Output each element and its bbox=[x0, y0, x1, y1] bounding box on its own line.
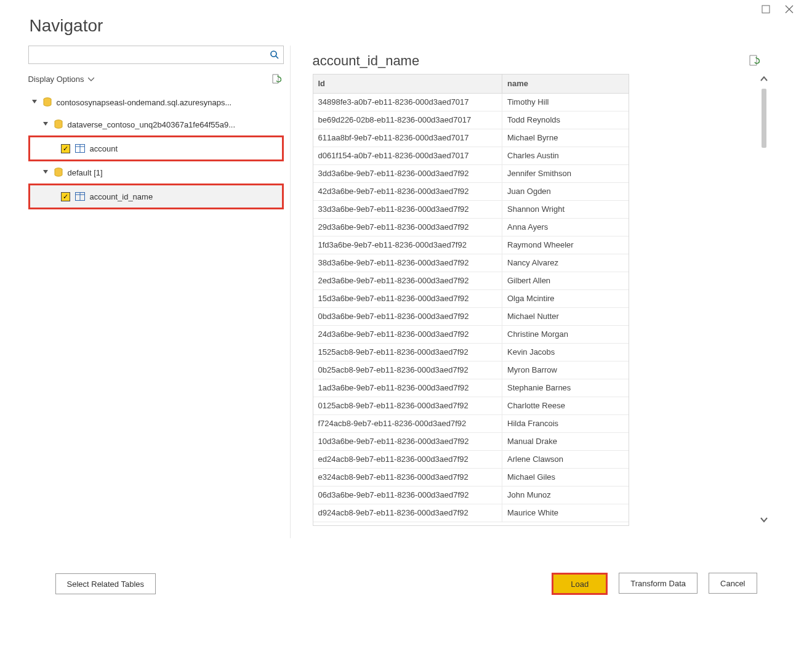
cell-id: 38d3a6be-9eb7-eb11-8236-000d3aed7f92 bbox=[313, 254, 502, 272]
expand-icon[interactable] bbox=[42, 121, 49, 128]
cell-id: 06d3a6be-9eb7-eb11-8236-000d3aed7f92 bbox=[313, 486, 502, 504]
cell-id: 611aa8bf-9eb7-eb11-8236-000d3aed7017 bbox=[313, 129, 502, 147]
cell-name: Timothy Hill bbox=[502, 93, 629, 111]
table-row[interactable]: f724acb8-9eb7-eb11-8236-000d3aed7f92Hild… bbox=[313, 414, 629, 432]
load-button[interactable]: Load bbox=[552, 573, 608, 595]
tree-server-node[interactable]: contososynapseasl-ondemand.sql.azuresyna… bbox=[28, 91, 284, 113]
table-row[interactable]: e324acb8-9eb7-eb11-8236-000d3aed7f92Mich… bbox=[313, 468, 629, 486]
cell-name: Manual Drake bbox=[502, 432, 629, 450]
table-row[interactable]: 0125acb8-9eb7-eb11-8236-000d3aed7f92Char… bbox=[313, 397, 629, 414]
cell-id: f724acb8-9eb7-eb11-8236-000d3aed7f92 bbox=[313, 414, 502, 432]
table-row[interactable]: 0b25acb8-9eb7-eb11-8236-000d3aed7f92Myro… bbox=[313, 361, 629, 379]
cell-id: 1ad3a6be-9eb7-eb11-8236-000d3aed7f92 bbox=[313, 379, 502, 397]
database-icon bbox=[54, 168, 63, 177]
tree-table-account-id-name[interactable]: ✓ account_id_name bbox=[28, 184, 284, 209]
cell-id: 3dd3a6be-9eb7-eb11-8236-000d3aed7f92 bbox=[313, 164, 502, 182]
display-options-label: Display Options bbox=[28, 75, 84, 84]
table-row[interactable]: 1525acb8-9eb7-eb11-8236-000d3aed7f92Kevi… bbox=[313, 343, 629, 361]
cell-id: 0bd3a6be-9eb7-eb11-8236-000d3aed7f92 bbox=[313, 307, 502, 325]
scroll-down-icon[interactable] bbox=[760, 515, 768, 526]
cancel-button[interactable]: Cancel bbox=[709, 573, 757, 594]
cell-name: John Munoz bbox=[502, 486, 629, 504]
cell-name: Kevin Jacobs bbox=[502, 343, 629, 361]
display-options-dropdown[interactable]: Display Options bbox=[28, 75, 94, 84]
cell-name: Anna Ayers bbox=[502, 218, 629, 236]
table-row[interactable]: 42d3a6be-9eb7-eb11-8236-000d3aed7f92Juan… bbox=[313, 182, 629, 200]
cell-name: Gilbert Allen bbox=[502, 272, 629, 289]
tree-database-label: dataverse_contoso_unq2b40367a1fe64f55a9.… bbox=[68, 120, 236, 129]
cell-id: 33d3a6be-9eb7-eb11-8236-000d3aed7f92 bbox=[313, 200, 502, 218]
table-row[interactable]: 3dd3a6be-9eb7-eb11-8236-000d3aed7f92Jenn… bbox=[313, 164, 629, 182]
cell-id: e324acb8-9eb7-eb11-8236-000d3aed7f92 bbox=[313, 468, 502, 486]
chevron-down-icon bbox=[88, 75, 94, 84]
column-header-id[interactable]: Id bbox=[313, 75, 502, 93]
vertical-scrollbar[interactable] bbox=[758, 74, 770, 526]
table-row[interactable]: 24d3a6be-9eb7-eb11-8236-000d3aed7f92Chri… bbox=[313, 325, 629, 343]
table-row[interactable]: d061f154-a0b7-eb11-8236-000d3aed7017Char… bbox=[313, 147, 629, 164]
cell-name: Nancy Alvarez bbox=[502, 254, 629, 272]
cell-id: 1525acb8-9eb7-eb11-8236-000d3aed7f92 bbox=[313, 343, 502, 361]
cell-id: 15d3a6be-9eb7-eb11-8236-000d3aed7f92 bbox=[313, 289, 502, 307]
expand-icon[interactable] bbox=[42, 169, 49, 176]
search-input[interactable] bbox=[29, 48, 266, 62]
table-row[interactable]: ed24acb8-9eb7-eb11-8236-000d3aed7f92Arle… bbox=[313, 450, 629, 468]
tree-table-account[interactable]: ✓ account bbox=[28, 135, 284, 161]
table-row[interactable]: 33d3a6be-9eb7-eb11-8236-000d3aed7f92Shan… bbox=[313, 200, 629, 218]
table-row[interactable]: 06d3a6be-9eb7-eb11-8236-000d3aed7f92John… bbox=[313, 486, 629, 504]
search-icon[interactable] bbox=[266, 50, 283, 60]
table-row[interactable]: 1ad3a6be-9eb7-eb11-8236-000d3aed7f92Step… bbox=[313, 379, 629, 397]
tree-table-account-label: account bbox=[90, 144, 118, 153]
cell-id: d061f154-a0b7-eb11-8236-000d3aed7017 bbox=[313, 147, 502, 164]
table-row[interactable]: be69d226-02b8-eb11-8236-000d3aed7017Todd… bbox=[313, 111, 629, 129]
database-icon bbox=[43, 97, 52, 107]
cell-id: 29d3a6be-9eb7-eb11-8236-000d3aed7f92 bbox=[313, 218, 502, 236]
scroll-up-icon[interactable] bbox=[760, 74, 768, 85]
table-row[interactable]: 611aa8bf-9eb7-eb11-8236-000d3aed7017Mich… bbox=[313, 129, 629, 147]
cell-id: 34898fe3-a0b7-eb11-8236-000d3aed7017 bbox=[313, 93, 502, 111]
table-row[interactable]: 2ed3a6be-9eb7-eb11-8236-000d3aed7f92Gilb… bbox=[313, 272, 629, 289]
checkbox-checked-icon[interactable]: ✓ bbox=[61, 144, 70, 153]
cell-id: be69d226-02b8-eb11-8236-000d3aed7017 bbox=[313, 111, 502, 129]
cell-name: Todd Reynolds bbox=[502, 111, 629, 129]
cell-id: ed24acb8-9eb7-eb11-8236-000d3aed7f92 bbox=[313, 450, 502, 468]
cell-id: 1fd3a6be-9eb7-eb11-8236-000d3aed7f92 bbox=[313, 236, 502, 254]
transform-data-button[interactable]: Transform Data bbox=[619, 573, 697, 594]
cell-name: Juan Ogden bbox=[502, 182, 629, 200]
preview-panel: account_id_name Id name bbox=[313, 46, 784, 538]
cell-name: Stephanie Barnes bbox=[502, 379, 629, 397]
cell-name: Jennifer Smithson bbox=[502, 164, 629, 182]
table-row[interactable]: 29d3a6be-9eb7-eb11-8236-000d3aed7f92Anna… bbox=[313, 218, 629, 236]
cell-id: 24d3a6be-9eb7-eb11-8236-000d3aed7f92 bbox=[313, 325, 502, 343]
cell-name: Arlene Clawson bbox=[502, 450, 629, 468]
refresh-preview-icon[interactable] bbox=[749, 54, 760, 68]
cell-name: Charles Austin bbox=[502, 147, 629, 164]
checkbox-checked-icon[interactable]: ✓ bbox=[61, 192, 70, 201]
cell-id: 42d3a6be-9eb7-eb11-8236-000d3aed7f92 bbox=[313, 182, 502, 200]
page-title: Navigator bbox=[28, 0, 784, 46]
tree-server-label: contososynapseasl-ondemand.sql.azuresyna… bbox=[57, 98, 232, 107]
cell-name: Michael Byrne bbox=[502, 129, 629, 147]
cell-name: Charlotte Reese bbox=[502, 397, 629, 414]
table-row[interactable]: d924acb8-9eb7-eb11-8236-000d3aed7f92Maur… bbox=[313, 504, 629, 522]
table-row[interactable]: 34898fe3-a0b7-eb11-8236-000d3aed7017Timo… bbox=[313, 93, 629, 111]
preview-table-container: Id name 34898fe3-a0b7-eb11-8236-000d3aed… bbox=[313, 74, 629, 526]
cell-name: Myron Barrow bbox=[502, 361, 629, 379]
cell-name: Maurice White bbox=[502, 504, 629, 522]
table-row[interactable]: 10d3a6be-9eb7-eb11-8236-000d3aed7f92Manu… bbox=[313, 432, 629, 450]
table-row[interactable]: 38d3a6be-9eb7-eb11-8236-000d3aed7f92Nanc… bbox=[313, 254, 629, 272]
cell-name: Shannon Wright bbox=[502, 200, 629, 218]
column-header-name[interactable]: name bbox=[502, 75, 629, 93]
tree-default-node[interactable]: default [1] bbox=[28, 161, 284, 184]
close-button[interactable] bbox=[784, 4, 795, 15]
table-row[interactable]: 1fd3a6be-9eb7-eb11-8236-000d3aed7f92Raym… bbox=[313, 236, 629, 254]
cell-id: d924acb8-9eb7-eb11-8236-000d3aed7f92 bbox=[313, 504, 502, 522]
scrollbar-thumb[interactable] bbox=[762, 89, 766, 148]
select-related-tables-button[interactable]: Select Related Tables bbox=[55, 573, 156, 594]
cell-name: Christine Morgan bbox=[502, 325, 629, 343]
expand-icon[interactable] bbox=[31, 99, 38, 106]
refresh-tree-icon[interactable] bbox=[269, 73, 284, 84]
table-row[interactable]: 15d3a6be-9eb7-eb11-8236-000d3aed7f92Olga… bbox=[313, 289, 629, 307]
cell-id: 0125acb8-9eb7-eb11-8236-000d3aed7f92 bbox=[313, 397, 502, 414]
table-row[interactable]: 0bd3a6be-9eb7-eb11-8236-000d3aed7f92Mich… bbox=[313, 307, 629, 325]
tree-database-node[interactable]: dataverse_contoso_unq2b40367a1fe64f55a9.… bbox=[28, 113, 284, 135]
